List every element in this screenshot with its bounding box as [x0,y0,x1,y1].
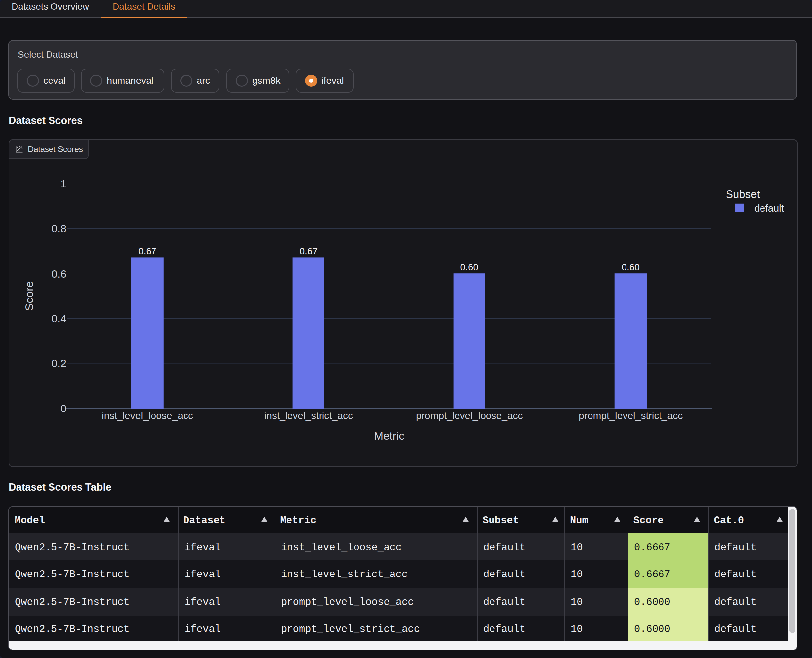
svg-text:Score: Score [23,282,35,311]
svg-text:default: default [754,203,784,213]
svg-text:0.60: 0.60 [622,262,640,272]
svg-text:prompt_level_loose_acc: prompt_level_loose_acc [416,410,523,421]
svg-text:1: 1 [60,178,66,190]
svg-text:0.2: 0.2 [52,357,66,369]
svg-text:0.8: 0.8 [52,223,66,235]
svg-text:0.4: 0.4 [52,313,66,325]
svg-text:Subset: Subset [726,188,760,200]
svg-text:0: 0 [60,403,66,414]
svg-text:0.67: 0.67 [138,246,157,256]
svg-text:0.6: 0.6 [52,268,66,280]
svg-text:inst_level_loose_acc: inst_level_loose_acc [102,410,193,421]
svg-text:Metric: Metric [374,429,405,442]
svg-text:0.67: 0.67 [300,246,318,256]
svg-text:inst_level_strict_acc: inst_level_strict_acc [264,410,353,421]
svg-text:prompt_level_strict_acc: prompt_level_strict_acc [578,410,683,421]
svg-text:0.60: 0.60 [461,262,479,272]
